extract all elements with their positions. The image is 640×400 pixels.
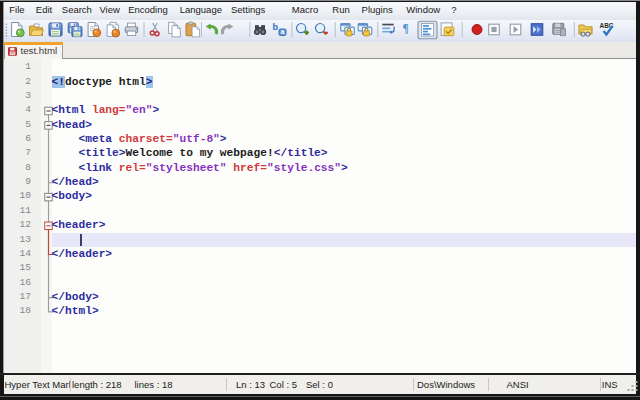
svg-text:¶: ¶ <box>403 22 409 35</box>
svg-text:b: b <box>273 21 279 31</box>
svg-text:a: a <box>281 28 285 35</box>
